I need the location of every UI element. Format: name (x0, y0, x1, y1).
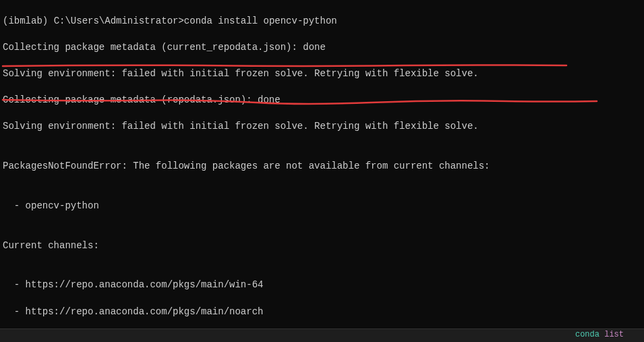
command-text: conda install opencv-python (184, 16, 337, 26)
channel-item: - https://repo.anaconda.com/pkgs/main/no… (3, 306, 641, 319)
conda-env: (ibmlab) (3, 16, 48, 26)
prompt-line: (ibmlab) C:\Users\Administrator>conda in… (3, 15, 641, 28)
package-item: - opencv-python (3, 200, 641, 213)
channels-header: Current channels: (3, 239, 641, 253)
output-line: Solving environment: failed with initial… (3, 67, 641, 81)
error-header: PackagesNotFoundError: The following pac… (3, 160, 641, 173)
bottom-cmd-list: list (604, 330, 624, 339)
channel-item: - https://repo.anaconda.com/pkgs/main/wi… (3, 279, 641, 292)
output-line: Collecting package metadata (repodata.js… (3, 94, 641, 107)
prompt-path: C:\Users\Administrator> (54, 16, 184, 26)
bottom-bar-text: conda list (575, 329, 624, 341)
output-line: Solving environment: failed with initial… (3, 120, 641, 134)
bottom-cmd-conda: conda (575, 330, 599, 339)
output-line: Collecting package metadata (current_rep… (3, 41, 641, 55)
bottom-bar: conda list (0, 329, 644, 342)
terminal-output[interactable]: (ibmlab) C:\Users\Administrator>conda in… (3, 1, 641, 342)
